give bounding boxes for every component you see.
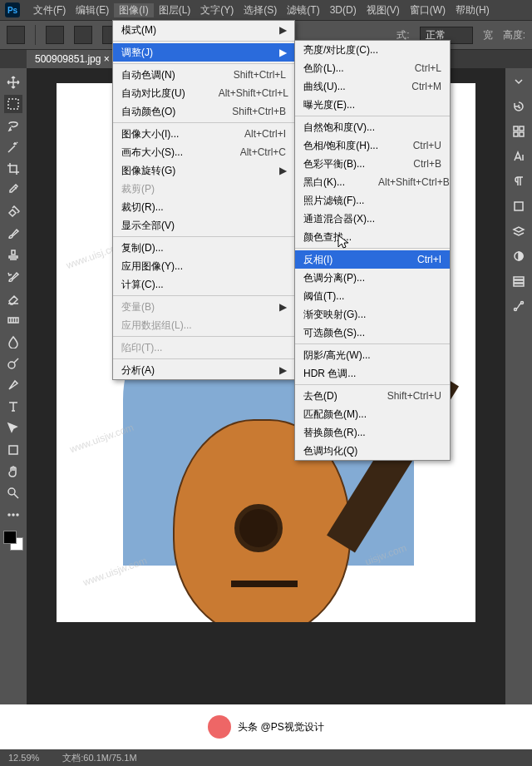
- zoom-level[interactable]: 12.59%: [8, 753, 39, 763]
- adjust-menu-item-8[interactable]: 黑白(K)...Alt+Shift+Ctrl+B: [295, 173, 450, 191]
- menu-3d[interactable]: 3D(D): [325, 4, 362, 16]
- adjust-menu-item-0[interactable]: 亮度/对比度(C)...: [295, 41, 450, 59]
- channels-panel-icon[interactable]: [510, 273, 527, 289]
- adjust-menu-item-19[interactable]: 阴影/高光(W)...: [295, 346, 450, 364]
- image-menu-item-9[interactable]: 画布大小(S)...Alt+Ctrl+C: [113, 143, 294, 161]
- image-menu-item-2[interactable]: 调整(J)▶: [113, 43, 294, 62]
- brush-tool-icon[interactable]: [4, 225, 22, 243]
- adjust-menu-item-16[interactable]: 渐变映射(G)...: [295, 305, 450, 324]
- crop-tool-icon[interactable]: [4, 160, 22, 178]
- color-swatch[interactable]: [3, 531, 23, 551]
- adjust-menu-item-3[interactable]: 曝光度(E)...: [295, 96, 450, 114]
- width-label: 宽: [483, 28, 493, 42]
- svg-rect-16: [514, 284, 524, 286]
- document-tab[interactable]: 500909851.jpg ×: [27, 50, 119, 70]
- adjust-menu-item-2[interactable]: 曲线(U)...Ctrl+M: [295, 77, 450, 96]
- menu-窗口[interactable]: 窗口(W): [405, 3, 451, 17]
- image-menu-item-8[interactable]: 图像大小(I)...Alt+Ctrl+I: [113, 125, 294, 143]
- image-menu-item-5[interactable]: 自动对比度(U)Alt+Shift+Ctrl+L: [113, 84, 294, 102]
- eraser-tool-icon[interactable]: [4, 289, 22, 308]
- history-brush-icon[interactable]: [4, 268, 22, 286]
- wand-tool-icon[interactable]: [4, 138, 22, 156]
- heal-tool-icon[interactable]: [4, 203, 22, 221]
- character-panel-icon[interactable]: [510, 148, 527, 165]
- adjust-menu-item-24[interactable]: 替换颜色(R)...: [295, 423, 450, 442]
- adjust-menu-item-10[interactable]: 通道混合器(X)...: [295, 210, 450, 228]
- menu-滤镜[interactable]: 滤镜(T): [282, 3, 324, 17]
- adjust-menu-item-11[interactable]: 颜色查找...: [295, 228, 450, 246]
- adjust-menu-item-1[interactable]: 色阶(L)...Ctrl+L: [295, 59, 450, 77]
- menu-文字[interactable]: 文字(Y): [195, 3, 239, 17]
- shortcut: Ctrl+I: [417, 254, 441, 265]
- adjust-menu-item-6[interactable]: 色相/饱和度(H)...Ctrl+U: [295, 136, 450, 155]
- history-panel-icon[interactable]: [510, 98, 527, 115]
- image-menu-item-0[interactable]: 模式(M)▶: [113, 21, 294, 39]
- adjust-menu-item-9[interactable]: 照片滤镜(F)...: [295, 191, 450, 210]
- shortcut: Ctrl+U: [413, 140, 441, 151]
- adjust-menu-item-7[interactable]: 色彩平衡(B)...Ctrl+B: [295, 155, 450, 173]
- svg-rect-14: [514, 277, 524, 279]
- paragraph-panel-icon[interactable]: [510, 173, 527, 190]
- marquee-tool-icon[interactable]: [4, 95, 22, 113]
- image-menu-label: 自动对比度(U): [121, 86, 219, 101]
- stamp-tool-icon[interactable]: [4, 246, 22, 264]
- hand-tool-icon[interactable]: [4, 462, 22, 481]
- adjust-menu-item-20[interactable]: HDR 色调...: [295, 364, 450, 383]
- path-tool-icon[interactable]: [4, 419, 22, 437]
- image-menu-item-10[interactable]: 图像旋转(G)▶: [113, 161, 294, 180]
- menu-选择[interactable]: 选择(S): [239, 3, 282, 17]
- selection-new-icon[interactable]: [46, 26, 64, 44]
- menu-图层[interactable]: 图层(L): [154, 3, 196, 17]
- lasso-tool-icon[interactable]: [4, 116, 22, 135]
- paths-panel-icon[interactable]: [510, 298, 527, 314]
- image-menu-item-12[interactable]: 裁切(R)...: [113, 198, 294, 216]
- collapse-icon[interactable]: [510, 73, 527, 90]
- image-menu-item-6[interactable]: 自动颜色(O)Shift+Ctrl+B: [113, 102, 294, 121]
- menu-视图[interactable]: 视图(V): [362, 3, 405, 17]
- adjust-menu-item-13[interactable]: 反相(I)Ctrl+I: [295, 250, 450, 269]
- eyedropper-tool-icon[interactable]: [4, 181, 22, 200]
- image-menu-item-13[interactable]: 显示全部(V): [113, 216, 294, 235]
- pen-tool-icon[interactable]: [4, 376, 22, 394]
- menu-bar: 文件(F)编辑(E)图像(I)图层(L)文字(Y)选择(S)滤镜(T)3D(D)…: [0, 0, 532, 21]
- image-menu-item-16[interactable]: 应用图像(Y)...: [113, 257, 294, 275]
- shortcut: Shift+Ctrl+U: [387, 390, 441, 402]
- shortcut: Shift+Ctrl+B: [232, 106, 286, 117]
- shape-tool-icon[interactable]: [4, 441, 22, 459]
- zoom-tool-icon[interactable]: [4, 484, 22, 502]
- adjust-menu-label: 曝光度(E)...: [303, 98, 441, 112]
- status-bar: 12.59% 文档:60.1M/75.1M: [0, 749, 532, 766]
- edit-toolbar-icon[interactable]: [4, 506, 22, 524]
- adjust-menu-item-22[interactable]: 去色(D)Shift+Ctrl+U: [295, 387, 450, 405]
- doc-size: 文档:60.1M/75.1M: [62, 752, 136, 764]
- layers-panel-icon[interactable]: [510, 223, 527, 240]
- adjust-menu-item-25[interactable]: 色调均化(Q): [295, 442, 450, 460]
- blur-tool-icon[interactable]: [4, 333, 22, 351]
- adjust-menu-label: 阈值(T)...: [303, 289, 441, 304]
- adjustments-panel-icon[interactable]: [510, 248, 527, 264]
- menu-编辑[interactable]: 编辑(E): [71, 3, 114, 17]
- menu-文件[interactable]: 文件(F): [28, 3, 71, 17]
- type-tool-icon[interactable]: [4, 398, 22, 416]
- gradient-tool-icon[interactable]: [4, 311, 22, 329]
- image-menu-label: 陷印(T)...: [121, 341, 286, 355]
- swatches-panel-icon[interactable]: [510, 198, 527, 215]
- adjust-menu-item-5[interactable]: 自然饱和度(V)...: [295, 118, 450, 136]
- menu-图像[interactable]: 图像(I): [114, 3, 153, 17]
- dodge-tool-icon[interactable]: [4, 354, 22, 373]
- image-menu-label: 画布大小(S)...: [121, 146, 240, 160]
- adjust-menu-item-17[interactable]: 可选颜色(S)...: [295, 324, 450, 342]
- image-menu-item-24[interactable]: 分析(A)▶: [113, 361, 294, 379]
- image-menu-item-15[interactable]: 复制(D)...: [113, 239, 294, 257]
- adjust-menu-item-14[interactable]: 色调分离(P)...: [295, 269, 450, 287]
- color-panel-icon[interactable]: [510, 123, 527, 140]
- move-tool-icon[interactable]: [4, 73, 22, 91]
- image-menu-item-4[interactable]: 自动色调(N)Shift+Ctrl+L: [113, 66, 294, 84]
- tool-preset-icon[interactable]: [7, 26, 25, 44]
- shortcut: Alt+Ctrl+I: [244, 128, 286, 140]
- adjust-menu-item-23[interactable]: 匹配颜色(M)...: [295, 405, 450, 423]
- image-menu-item-17[interactable]: 计算(C)...: [113, 275, 294, 294]
- selection-add-icon[interactable]: [74, 26, 92, 44]
- adjust-menu-item-15[interactable]: 阈值(T)...: [295, 287, 450, 305]
- menu-帮助[interactable]: 帮助(H): [451, 3, 495, 17]
